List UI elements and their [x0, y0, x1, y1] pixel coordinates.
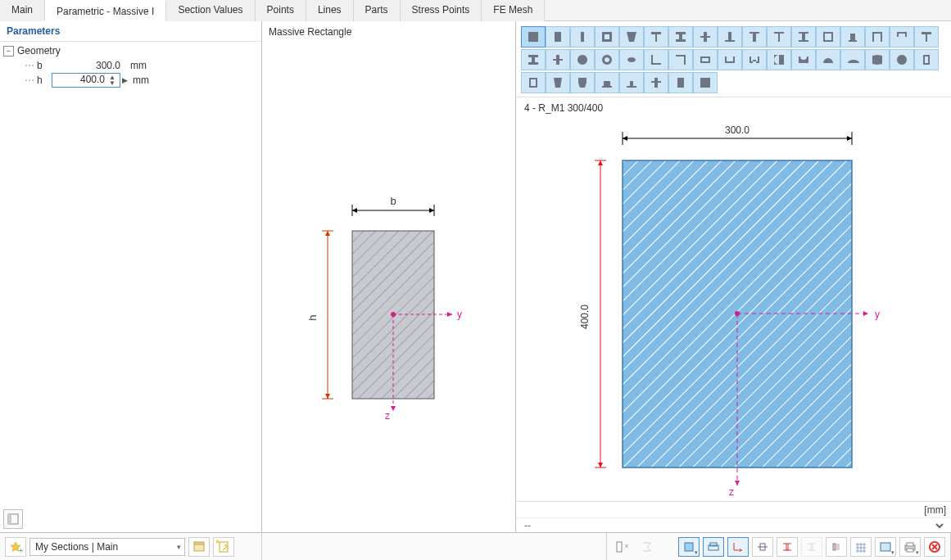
shape-option-29[interactable] — [816, 49, 840, 70]
show-shear-button[interactable] — [826, 537, 847, 557]
parameters-pane: Parameters − Geometry ⋯ b 300.0 mm ⋯ h 4… — [0, 21, 262, 532]
sections-library-button[interactable] — [188, 537, 210, 557]
apply-arrow-icon[interactable]: ▶ — [122, 76, 128, 84]
shape-option-17[interactable] — [521, 49, 546, 70]
sections-combo[interactable]: My Sections | Main ▾ — [29, 538, 185, 556]
shape-option-19[interactable] — [570, 49, 595, 70]
shape-glyph-icon — [772, 53, 786, 66]
shape-glyph-icon — [550, 30, 565, 43]
shape-option-30[interactable] — [840, 49, 865, 70]
shape-option-25[interactable] — [718, 49, 742, 70]
preview-svg: b h y z — [262, 43, 516, 501]
shape-glyph-icon — [624, 30, 639, 43]
shape-option-7[interactable] — [693, 26, 718, 47]
show-dimensions-button[interactable] — [752, 537, 773, 557]
tab-parametric[interactable]: Parametric - Massive I — [45, 0, 166, 21]
bottom-mid-seg — [262, 533, 607, 560]
show-grid-button[interactable] — [850, 537, 872, 557]
new-section-button[interactable]: ★ — [213, 537, 234, 557]
shape-option-28[interactable] — [791, 49, 816, 70]
favorite-button[interactable]: ＋ — [5, 537, 26, 557]
shape-option-34[interactable] — [521, 72, 546, 93]
shape-option-20[interactable] — [595, 49, 619, 70]
shape-option-26[interactable] — [742, 49, 767, 70]
sigma-icon — [641, 541, 653, 553]
result-footer: [mm] — [516, 501, 951, 517]
tab-fe-mesh[interactable]: FE Mesh — [482, 0, 545, 21]
shape-glyph-icon — [526, 53, 541, 66]
tab-stress-points[interactable]: Stress Points — [401, 0, 482, 21]
param-b-value[interactable]: 300.0 — [52, 60, 125, 71]
view-extents-button[interactable]: ▾ — [678, 537, 700, 557]
shape-option-9[interactable] — [742, 26, 767, 47]
show-principal-gray-button[interactable] — [801, 537, 822, 557]
close-button[interactable] — [924, 537, 945, 557]
svg-rect-1 — [8, 514, 11, 524]
shape-option-39[interactable] — [644, 72, 668, 93]
svg-text:y: y — [875, 309, 880, 320]
shape-glyph-icon — [526, 30, 541, 43]
shape-option-24[interactable] — [693, 49, 718, 70]
shape-option-0[interactable] — [521, 26, 546, 47]
shape-option-4[interactable] — [619, 26, 644, 47]
shape-option-3[interactable] — [595, 26, 619, 47]
toggle-outline-button[interactable] — [3, 509, 23, 529]
shape-option-8[interactable] — [718, 26, 742, 47]
dim-width: 300.0 — [623, 124, 852, 145]
svg-rect-35 — [617, 542, 622, 552]
shape-option-6[interactable] — [668, 26, 693, 47]
shape-option-37[interactable] — [595, 72, 619, 93]
shape-glyph-icon — [575, 76, 590, 89]
param-h-input[interactable]: 400.0 ▲ ▼ — [52, 73, 120, 88]
shape-option-18[interactable] — [546, 49, 570, 70]
shape-option-16[interactable] — [914, 26, 939, 47]
shape-option-40[interactable] — [668, 72, 693, 93]
svg-text:h: h — [306, 314, 319, 320]
values-button[interactable]: x — [612, 537, 633, 557]
tab-section-values[interactable]: Section Values — [166, 0, 255, 21]
shape-option-1[interactable] — [546, 26, 570, 47]
shape-option-27[interactable] — [767, 49, 791, 70]
shape-option-12[interactable] — [816, 26, 840, 47]
shape-option-21[interactable] — [619, 49, 644, 70]
shape-option-36[interactable] — [570, 72, 595, 93]
shape-option-41[interactable] — [693, 72, 718, 93]
print-button[interactable]: ▾ — [899, 537, 921, 557]
tab-lines[interactable]: Lines — [306, 0, 354, 21]
geometry-group[interactable]: − Geometry — [3, 43, 258, 58]
show-axes-button[interactable] — [727, 537, 749, 557]
shape-glyph-icon — [870, 30, 885, 43]
printer-icon — [707, 541, 720, 553]
show-principal-button[interactable] — [777, 537, 798, 557]
shape-option-15[interactable] — [890, 26, 914, 47]
status-combo[interactable]: -- — [521, 519, 946, 532]
shape-option-2[interactable] — [570, 26, 595, 47]
shape-option-14[interactable] — [865, 26, 890, 47]
svg-text:x: x — [625, 542, 628, 549]
shape-option-10[interactable] — [767, 26, 791, 47]
param-h-row[interactable]: ⋯ h 400.0 ▲ ▼ ▶ mm — [3, 73, 258, 88]
tab-points[interactable]: Points — [256, 0, 306, 21]
print-view-button[interactable] — [703, 537, 724, 557]
tab-main[interactable]: Main — [0, 0, 45, 21]
shape-option-31[interactable] — [865, 49, 890, 70]
tree-branch-icon: ⋯ — [25, 75, 34, 86]
tab-parts[interactable]: Parts — [354, 0, 401, 21]
info-button[interactable] — [636, 537, 658, 557]
shape-option-5[interactable] — [644, 26, 668, 47]
show-fill-button[interactable]: ▾ — [875, 537, 896, 557]
param-b-row[interactable]: ⋯ b 300.0 mm — [3, 58, 258, 73]
shape-option-35[interactable] — [546, 72, 570, 93]
shape-option-32[interactable] — [890, 49, 914, 70]
shape-option-13[interactable] — [840, 26, 865, 47]
shape-option-23[interactable] — [668, 49, 693, 70]
collapse-icon[interactable]: − — [3, 46, 14, 56]
shape-option-38[interactable] — [619, 72, 644, 93]
shape-glyph-icon — [796, 53, 811, 66]
shape-option-33[interactable] — [914, 49, 939, 70]
spin-down-icon[interactable]: ▼ — [106, 80, 119, 86]
shape-option-22[interactable] — [644, 49, 668, 70]
shape-option-11[interactable] — [791, 26, 816, 47]
shape-glyph-icon — [673, 76, 688, 89]
param-h-unit: mm — [133, 75, 149, 86]
